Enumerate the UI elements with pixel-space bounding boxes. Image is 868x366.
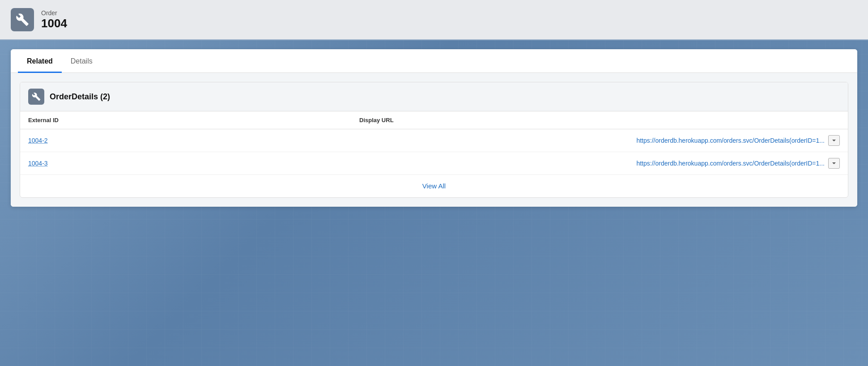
row-dropdown-button[interactable]	[828, 135, 840, 146]
order-details-section: OrderDetails (2) External ID Display URL…	[20, 82, 848, 198]
cell-display-url: https://orderdb.herokuapp.com/orders.svc…	[351, 152, 848, 175]
url-cell: https://orderdb.herokuapp.com/orders.svc…	[359, 158, 840, 169]
header-bar: Order 1004	[0, 0, 868, 40]
header-title: 1004	[41, 17, 67, 30]
tabs-bar: Related Details	[11, 49, 857, 73]
col-header-display-url: Display URL	[351, 111, 848, 129]
header-label: Order	[41, 9, 67, 17]
cell-external-id: 1004-2	[20, 129, 351, 152]
row-dropdown-button[interactable]	[828, 158, 840, 169]
col-header-external-id: External ID	[20, 111, 351, 129]
wrench-icon	[16, 13, 29, 26]
table-row: 1004-2https://orderdb.herokuapp.com/orde…	[20, 129, 848, 152]
order-details-table: External ID Display URL 1004-2https://or…	[20, 111, 848, 174]
view-all-row: View All	[20, 174, 848, 197]
tab-related[interactable]: Related	[18, 49, 62, 73]
content-card: Related Details OrderDetails (2)	[11, 49, 857, 207]
main-content: Related Details OrderDetails (2)	[0, 40, 868, 366]
page-wrapper: Order 1004 Related Details	[0, 0, 868, 366]
table-row: 1004-3https://orderdb.herokuapp.com/orde…	[20, 152, 848, 175]
header-icon	[11, 8, 34, 31]
view-all-link[interactable]: View All	[422, 182, 446, 190]
external-id-link[interactable]: 1004-2	[28, 137, 48, 144]
external-id-link[interactable]: 1004-3	[28, 160, 48, 167]
section-icon	[28, 89, 44, 105]
related-panel-body: OrderDetails (2) External ID Display URL…	[11, 73, 857, 207]
section-wrench-icon	[32, 92, 41, 101]
table-header-row: External ID Display URL	[20, 111, 848, 129]
url-cell: https://orderdb.herokuapp.com/orders.svc…	[359, 135, 840, 146]
header-text: Order 1004	[41, 9, 67, 30]
section-title: OrderDetails (2)	[50, 92, 110, 102]
display-url-text[interactable]: https://orderdb.herokuapp.com/orders.svc…	[636, 160, 825, 167]
chevron-down-icon	[831, 138, 837, 143]
cell-external-id: 1004-3	[20, 152, 351, 175]
tab-details[interactable]: Details	[62, 49, 102, 73]
section-header: OrderDetails (2)	[20, 82, 848, 111]
cell-display-url: https://orderdb.herokuapp.com/orders.svc…	[351, 129, 848, 152]
display-url-text[interactable]: https://orderdb.herokuapp.com/orders.svc…	[636, 137, 825, 144]
chevron-down-icon	[831, 161, 837, 166]
